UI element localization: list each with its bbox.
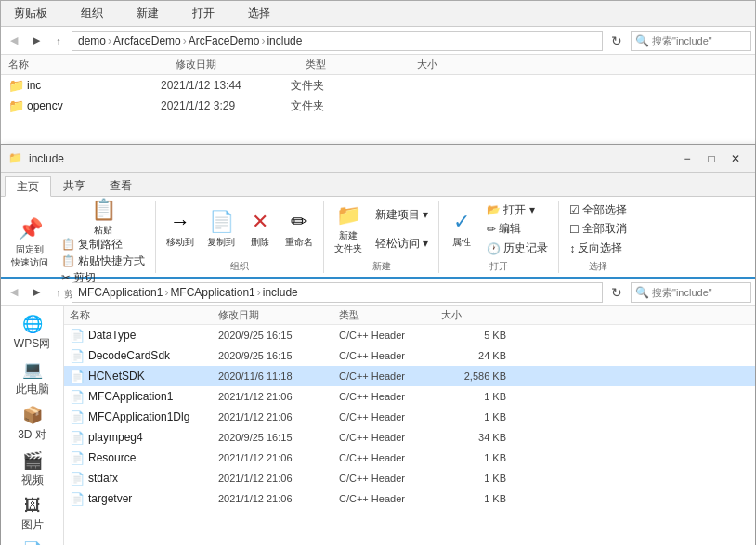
- main-file-row[interactable]: 📄 stdafx 2021/1/12 21:06 C/C++ Header 1 …: [64, 468, 755, 488]
- tab-view[interactable]: 查看: [98, 175, 144, 196]
- moveto-btn[interactable]: → 移动到: [162, 202, 199, 256]
- ribbon-group-open: ✓ 属性 📂打开 ▾ ✏编辑 🕐历史记录 打开: [439, 201, 559, 273]
- col-header-size-top[interactable]: 大小: [417, 58, 491, 71]
- main-file-row[interactable]: 📄 Resource 2021/1/12 21:06 C/C++ Header …: [64, 448, 755, 468]
- file-size: 1 KB: [441, 493, 506, 504]
- copyto-icon: 📄: [209, 210, 234, 234]
- invert-btn[interactable]: ↕反向选择: [565, 240, 632, 257]
- sidebar-item-图片[interactable]: 🖼 图片: [1, 492, 63, 537]
- main-file-row[interactable]: 📄 MFCApplication1 2021/1/12 21:06 C/C++ …: [64, 386, 755, 407]
- path-item-4: include: [267, 34, 302, 47]
- select-label: 选择: [589, 260, 607, 273]
- rename-btn[interactable]: ✏ 重命名: [280, 202, 318, 256]
- selectall-btn[interactable]: ☑全部选择: [565, 201, 632, 218]
- file-type: C/C++ Header: [339, 411, 441, 422]
- col-hdr-name[interactable]: 名称: [70, 308, 218, 322]
- ribbon-group-select: ☑全部选择 ☐全部取消 ↕反向选择 选择: [559, 201, 637, 273]
- main-file-row[interactable]: 📄 targetver 2021/1/12 21:06 C/C++ Header…: [64, 488, 755, 509]
- top-ribbon-open[interactable]: 打开: [185, 4, 222, 23]
- easyaccess-btn[interactable]: 轻松访问 ▾: [371, 236, 433, 253]
- sidebar-item-label: 图片: [21, 517, 44, 533]
- select-content: ☑全部选择 ☐全部取消 ↕反向选择: [565, 201, 632, 258]
- minimize-btn[interactable]: −: [675, 149, 699, 169]
- nav-up-btn[interactable]: ↑: [49, 32, 68, 50]
- file-type: 文件夹: [291, 78, 402, 94]
- main-nav-up-btn[interactable]: ↑: [49, 283, 68, 302]
- open-btn[interactable]: 📂打开 ▾: [482, 201, 553, 218]
- edit-btn[interactable]: ✏编辑: [482, 221, 553, 238]
- col-header-type-top[interactable]: 类型: [306, 58, 417, 71]
- sidebar-item-文档[interactable]: 📄 文档: [1, 537, 63, 545]
- search-input-main[interactable]: [652, 287, 747, 298]
- clipboard-sm-btns: 📋复制路径 📋粘贴快捷方式 ✂剪切: [57, 236, 150, 286]
- history-btn[interactable]: 🕐历史记录: [482, 240, 553, 257]
- sidebar-item-3D 对[interactable]: 📦 3D 对: [1, 401, 63, 447]
- file-date: 2021/1/12 21:06: [218, 452, 339, 463]
- address-path[interactable]: demo › ArcfaceDemo › ArcFaceDemo › inclu…: [72, 31, 603, 51]
- paste-icon: 📋: [91, 198, 116, 222]
- refresh-btn[interactable]: ↻: [606, 31, 627, 51]
- title-bar: 📁 include − □ ✕: [1, 145, 755, 173]
- pin-quickaccess-btn[interactable]: 📌 固定到快速访问: [7, 216, 53, 270]
- nav-forward-btn[interactable]: ▶: [27, 32, 46, 50]
- file-size: 1 KB: [441, 391, 506, 402]
- file-name: DecodeCardSdk: [88, 349, 170, 362]
- tab-share[interactable]: 共享: [51, 175, 98, 196]
- newfolder-label: 新建文件夹: [334, 229, 362, 255]
- path-sep-2: ›: [183, 34, 187, 47]
- newfolder-btn[interactable]: 📁 新建文件夹: [330, 202, 367, 256]
- col-hdr-type[interactable]: 类型: [339, 308, 441, 322]
- main-path-item-3: include: [263, 286, 298, 299]
- nav-back-btn[interactable]: ◀: [5, 32, 23, 50]
- properties-btn[interactable]: ✓ 属性: [445, 202, 478, 256]
- paste-shortcut-btn[interactable]: 📋粘贴快捷方式: [57, 253, 150, 269]
- newitem-btn[interactable]: 新建项目 ▾: [371, 207, 433, 224]
- file-size: 2,586 KB: [441, 370, 506, 382]
- file-size: 24 KB: [441, 350, 506, 361]
- file-name: Resource: [88, 451, 136, 464]
- copy-path-btn[interactable]: 📋复制路径: [57, 236, 150, 253]
- top-ribbon-organize[interactable]: 组织: [73, 4, 111, 23]
- main-nav-back-btn[interactable]: ◀: [5, 283, 23, 302]
- top-ribbon-clipboard[interactable]: 剪贴板: [7, 4, 55, 23]
- ribbon-group-organize: → 移动到 📄 复制到 ✕ 删除 ✏ 重命名 组织: [156, 201, 324, 273]
- main-refresh-btn[interactable]: ↻: [606, 282, 627, 303]
- sidebar-item-视频[interactable]: 🎬 视频: [1, 447, 63, 492]
- top-file-row[interactable]: 📁 opencv 2021/1/12 3:29 文件夹: [1, 96, 755, 116]
- pin-icon: 📌: [18, 217, 43, 241]
- main-file-row[interactable]: 📄 MFCApplication1Dlg 2021/1/12 21:06 C/C…: [64, 407, 755, 427]
- col-hdr-date[interactable]: 修改日期: [218, 308, 339, 322]
- delete-label: 删除: [251, 236, 269, 249]
- tab-home[interactable]: 主页: [5, 176, 51, 197]
- header-file-icon: 📄: [70, 349, 85, 363]
- main-path-item-1: MFCApplication1: [78, 286, 163, 299]
- close-btn[interactable]: ✕: [723, 149, 748, 169]
- sidebar-item-此电脑[interactable]: 💻 此电脑: [1, 356, 63, 401]
- file-date: 2021/1/12 21:06: [218, 411, 339, 422]
- main-file-row[interactable]: 📄 plaympeg4 2020/9/25 16:15 C/C++ Header…: [64, 427, 755, 448]
- main-nav-forward-btn[interactable]: ▶: [27, 283, 46, 302]
- col-header-name-top[interactable]: 名称: [8, 58, 176, 71]
- maximize-btn[interactable]: □: [699, 149, 723, 169]
- paste-btn[interactable]: 📋 粘贴: [57, 201, 150, 234]
- top-ribbon-select[interactable]: 选择: [241, 4, 278, 23]
- selectall-label: 全部选择: [582, 202, 627, 218]
- search-input-top[interactable]: [652, 35, 747, 46]
- main-file-row[interactable]: 📄 HCNetSDK 2020/11/6 11:18 C/C++ Header …: [64, 366, 755, 386]
- main-file-row[interactable]: 📄 DataType 2020/9/25 16:15 C/C++ Header …: [64, 325, 755, 345]
- delete-btn[interactable]: ✕ 删除: [243, 202, 277, 256]
- top-ribbon-strip: 剪贴板 组织 新建 打开 选择: [1, 1, 755, 27]
- top-file-row[interactable]: 📁 inc 2021/1/12 13:44 文件夹: [1, 75, 755, 96]
- top-ribbon-new[interactable]: 新建: [129, 4, 166, 23]
- sidebar-item-WPS网[interactable]: 🌐 WPS网: [1, 310, 63, 356]
- main-address-path[interactable]: MFCApplication1 › MFCApplication1 › incl…: [72, 282, 603, 303]
- organize-label: 组织: [230, 260, 249, 273]
- file-date: 2020/9/25 16:15: [218, 350, 339, 361]
- deselect-btn[interactable]: ☐全部取消: [565, 221, 632, 238]
- col-header-date-top[interactable]: 修改日期: [176, 58, 306, 71]
- copyto-btn[interactable]: 📄 复制到: [202, 202, 240, 256]
- main-file-row[interactable]: 📄 DecodeCardSdk 2020/9/25 16:15 C/C++ He…: [64, 345, 755, 366]
- moveto-icon: →: [170, 210, 190, 234]
- col-hdr-size[interactable]: 大小: [441, 308, 506, 322]
- header-file-icon: 📄: [70, 390, 85, 404]
